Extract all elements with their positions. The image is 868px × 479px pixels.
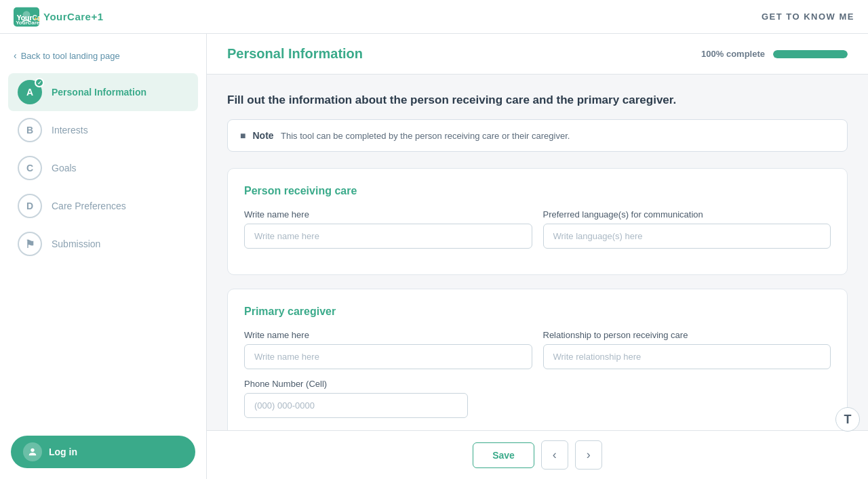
note-content: Note This tool can be completed by the p… bbox=[252, 129, 570, 142]
progress-area: 100% complete bbox=[701, 49, 848, 59]
login-label: Log in bbox=[49, 446, 77, 457]
primary-caregiver-section: Primary caregiver Write name here Relati… bbox=[227, 289, 848, 430]
caregiver-phone-group: Phone Number (Cell) bbox=[244, 379, 468, 418]
logo-icon: Your YourCare+1 YourCare +1 bbox=[14, 6, 39, 28]
content-header: Personal Information 100% complete bbox=[207, 34, 868, 75]
sidebar-circle-a: A ✓ bbox=[18, 80, 42, 104]
sidebar-label-interests: Interests bbox=[52, 125, 88, 136]
content-wrapper: Personal Information 100% complete Fill … bbox=[207, 34, 868, 479]
save-button[interactable]: Save bbox=[473, 442, 534, 468]
caregiver-phone-input[interactable] bbox=[244, 393, 468, 418]
svg-point-6 bbox=[31, 449, 34, 452]
caregiver-relationship-input[interactable] bbox=[543, 344, 831, 369]
person-name-label: Write name here bbox=[244, 209, 532, 220]
sidebar: ‹ Back to tool landing page A ✓ Personal… bbox=[0, 34, 207, 479]
sidebar-label-personal-information: Personal Information bbox=[52, 87, 146, 98]
progress-label: 100% complete bbox=[701, 49, 765, 59]
back-arrow-icon: ‹ bbox=[14, 50, 17, 61]
svg-text:+1: +1 bbox=[34, 16, 39, 22]
sidebar-circle-flag: ⚑ bbox=[18, 232, 42, 256]
section-intro: Fill out the information about the perso… bbox=[227, 93, 848, 107]
person-form-row: Write name here Preferred language(s) fo… bbox=[244, 209, 831, 249]
sidebar-label-submission: Submission bbox=[52, 238, 100, 249]
prev-button[interactable]: ‹ bbox=[541, 440, 568, 470]
note-box: ■ Note This tool can be completed by the… bbox=[227, 119, 848, 152]
text-size-icon: T bbox=[844, 413, 852, 427]
caregiver-name-label: Write name here bbox=[244, 330, 532, 340]
content-title: Personal Information bbox=[227, 46, 363, 62]
note-text: This tool can be completed by the person… bbox=[281, 131, 570, 141]
login-button[interactable]: Log in bbox=[11, 436, 195, 468]
main-layout: ‹ Back to tool landing page A ✓ Personal… bbox=[0, 34, 868, 479]
back-link[interactable]: ‹ Back to tool landing page bbox=[0, 46, 206, 73]
progress-bar-background bbox=[773, 50, 848, 58]
text-size-button[interactable]: T bbox=[835, 407, 860, 432]
caregiver-name-group: Write name here bbox=[244, 330, 532, 369]
progress-bar-fill bbox=[773, 50, 848, 58]
person-language-label: Preferred language(s) for communication bbox=[543, 209, 831, 220]
person-name-input[interactable] bbox=[244, 224, 532, 249]
prev-arrow-icon: ‹ bbox=[553, 448, 557, 462]
content-area: Personal Information 100% complete Fill … bbox=[207, 34, 868, 430]
note-icon: ■ bbox=[240, 130, 245, 141]
sidebar-label-care-preferences: Care Preferences bbox=[52, 201, 126, 211]
sidebar-item-care-preferences[interactable]: D Care Preferences bbox=[8, 187, 198, 225]
next-arrow-icon: › bbox=[587, 448, 591, 462]
caregiver-name-row: Write name here Relationship to person r… bbox=[244, 330, 831, 369]
content-body: Fill out the information about the perso… bbox=[207, 75, 868, 430]
logo-text: YourCare+1 bbox=[43, 11, 104, 22]
caregiver-phone-label: Phone Number (Cell) bbox=[244, 379, 468, 389]
note-label: Note bbox=[252, 130, 273, 141]
caregiver-relationship-group: Relationship to person receiving care bbox=[543, 330, 831, 369]
person-receiving-care-section: Person receiving care Write name here Pr… bbox=[227, 168, 848, 275]
sidebar-circle-c: C bbox=[18, 156, 42, 180]
person-language-group: Preferred language(s) for communication bbox=[543, 209, 831, 249]
caregiver-name-input[interactable] bbox=[244, 344, 532, 369]
sidebar-circle-b: B bbox=[18, 118, 42, 142]
top-header: Your YourCare+1 YourCare +1 YourCare+1 G… bbox=[0, 0, 868, 34]
person-section-title: Person receiving care bbox=[244, 185, 831, 197]
sidebar-item-personal-information[interactable]: A ✓ Personal Information bbox=[8, 73, 198, 111]
footer-bar: Save ‹ › bbox=[207, 430, 868, 479]
caregiver-phone-row: Phone Number (Cell) bbox=[244, 379, 831, 418]
sidebar-circle-d: D bbox=[18, 194, 42, 218]
back-link-label: Back to tool landing page bbox=[21, 51, 120, 61]
logo-area: Your YourCare+1 YourCare +1 YourCare+1 bbox=[14, 6, 104, 28]
sidebar-label-goals: Goals bbox=[52, 163, 77, 173]
check-badge: ✓ bbox=[35, 78, 44, 87]
login-icon bbox=[23, 442, 42, 461]
sidebar-item-submission[interactable]: ⚑ Submission bbox=[8, 225, 198, 263]
person-icon bbox=[27, 446, 38, 457]
person-name-group: Write name here bbox=[244, 209, 532, 249]
svg-point-3 bbox=[22, 11, 30, 18]
caregiver-section-title: Primary caregiver bbox=[244, 306, 831, 318]
sidebar-bottom: Log in bbox=[0, 425, 206, 479]
next-button[interactable]: › bbox=[575, 440, 602, 470]
sidebar-items: A ✓ Personal Information B Interests C G… bbox=[0, 73, 206, 263]
top-nav-label: GET TO KNOW ME bbox=[762, 12, 854, 22]
sidebar-item-interests[interactable]: B Interests bbox=[8, 111, 198, 149]
caregiver-relationship-label: Relationship to person receiving care bbox=[543, 330, 831, 340]
sidebar-item-goals[interactable]: C Goals bbox=[8, 149, 198, 187]
person-language-input[interactable] bbox=[543, 224, 831, 249]
